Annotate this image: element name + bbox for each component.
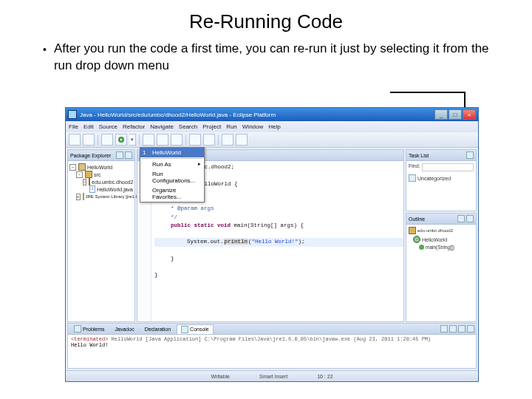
menu-source[interactable]: Source	[99, 123, 117, 130]
slide-bullet: • After you run the code a first time, y…	[30, 41, 502, 75]
toolbar-button[interactable]	[143, 134, 154, 146]
toggle-icon[interactable]: –	[76, 171, 83, 178]
pin-icon[interactable]	[449, 325, 457, 332]
code-highlight: println	[224, 239, 249, 245]
tree-src[interactable]: –src	[69, 171, 133, 178]
menu-window[interactable]: Window	[242, 123, 263, 130]
titlebar[interactable]: Java - HelloWorld/src/edu/umbc/dhood2/He…	[66, 108, 478, 121]
bullet-dot: •	[43, 41, 47, 59]
clear-icon[interactable]	[440, 325, 448, 332]
sort-icon[interactable]	[457, 215, 465, 222]
task-category[interactable]: Uncategorized	[409, 174, 474, 182]
outline-label: edu.umbc.dhood2	[417, 228, 453, 233]
bullet-text: After you run the code a first time, you…	[54, 41, 502, 75]
terminate-icon[interactable]	[467, 325, 474, 332]
tree-label: HelloWorld	[87, 165, 112, 170]
package-explorer-pane: Package Explorer –HelloWorld –src –edu.u…	[67, 149, 135, 322]
toggle-icon[interactable]: –	[83, 179, 86, 185]
outline-label: HelloWorld	[422, 237, 447, 242]
menu-refactor[interactable]: Refactor	[123, 123, 145, 130]
window-title: Java - HelloWorld/src/edu/umbc/dhood2/He…	[80, 112, 276, 118]
code-text: main(String[] args) {	[234, 222, 304, 228]
tree-javafile[interactable]: JHelloWorld.java	[69, 185, 133, 193]
tab-label: Console	[190, 327, 209, 332]
tab-label: Task List	[409, 153, 429, 158]
console-terminated: <terminated>	[71, 336, 108, 342]
code-string: "Hello World!"	[252, 239, 299, 245]
method-icon	[419, 245, 424, 250]
tab-label: Problems	[83, 327, 105, 332]
menu-file[interactable]: File	[69, 123, 78, 130]
run-button[interactable]	[115, 134, 127, 146]
library-icon	[83, 193, 84, 200]
console-icon	[181, 326, 188, 333]
menu-help[interactable]: Help	[268, 123, 280, 130]
maximize-button[interactable]: □	[449, 109, 462, 120]
status-insert: Smart Insert	[259, 374, 287, 379]
folder-icon	[85, 171, 92, 178]
link-icon[interactable]	[116, 151, 123, 159]
console-body[interactable]: <terminated> HelloWorld [Java Applicatio…	[68, 335, 476, 368]
slide-title: Re-Running Code	[0, 10, 532, 33]
package-explorer-tab[interactable]: Package Explorer	[68, 150, 134, 161]
tree-label: src	[94, 172, 100, 177]
menu-run[interactable]: Run	[226, 123, 237, 130]
save-button[interactable]	[83, 134, 95, 146]
debug-button[interactable]	[101, 134, 113, 146]
code-comment: */	[171, 214, 177, 220]
back-button[interactable]	[222, 134, 233, 146]
run-icon	[118, 137, 124, 143]
tab-problems[interactable]: Problems	[69, 324, 109, 334]
new-button[interactable]	[69, 134, 81, 146]
outline-method[interactable]: main(String[])	[409, 245, 474, 250]
code-text: );	[299, 239, 305, 245]
dropdown-item-favorites[interactable]: Organize Favorites...	[140, 185, 204, 202]
toolbar-button[interactable]	[171, 134, 183, 146]
tab-javadoc[interactable]: Javadoc	[111, 325, 139, 333]
find-input[interactable]	[422, 163, 474, 171]
outline-pane: Outline edu.umbc.dhood2 CHelloWorld main…	[406, 213, 477, 322]
package-icon	[409, 227, 416, 234]
close-button[interactable]: ×	[463, 109, 476, 120]
menubar: File Edit Source Refactor Navigate Searc…	[66, 121, 478, 132]
outline-package[interactable]: edu.umbc.dhood2	[409, 227, 474, 234]
tasklist-tab[interactable]: Task List	[406, 150, 476, 161]
package-icon	[89, 178, 90, 185]
display-icon[interactable]	[458, 325, 466, 332]
minimize-button[interactable]: _	[434, 109, 448, 120]
outline-class[interactable]: CHelloWorld	[409, 236, 474, 243]
project-icon	[78, 163, 86, 171]
tab-console[interactable]: Console	[177, 324, 214, 334]
tree-jre[interactable]: +JRE System Library [jre1.6.0_05]	[69, 193, 133, 200]
toolbar-button[interactable]	[203, 134, 215, 146]
toolbar-button[interactable]	[157, 134, 168, 146]
toggle-icon[interactable]: –	[69, 164, 76, 171]
console-process: HelloWorld [Java Application] C:\Program…	[108, 336, 431, 342]
category-icon	[409, 174, 416, 182]
code-text: System.out.	[187, 239, 224, 245]
menu-project[interactable]: Project	[202, 123, 221, 130]
toolbar-button[interactable]	[189, 134, 201, 146]
tab-label: Outline	[409, 216, 425, 222]
package-tree: –HelloWorld –src –edu.umbc.dhood2 JHello…	[68, 161, 134, 321]
tree-package[interactable]: –edu.umbc.dhood2	[69, 178, 133, 185]
dropdown-item-helloworld[interactable]: 1 HelloWorld	[140, 148, 204, 157]
tree-project[interactable]: –HelloWorld	[69, 163, 133, 171]
run-dropdown-menu: 1 HelloWorld Run As Run Configurations..…	[140, 147, 205, 202]
tab-declaration[interactable]: Declaration	[140, 325, 175, 333]
menu-icon[interactable]	[466, 151, 474, 159]
menu-search[interactable]: Search	[179, 123, 197, 130]
console-output: Hello World!	[71, 342, 473, 348]
problems-icon	[74, 325, 81, 332]
run-dropdown-button[interactable]: ▾	[129, 134, 136, 146]
menu-edit[interactable]: Edit	[83, 123, 94, 130]
dropdown-item-configs[interactable]: Run Configurations...	[140, 169, 204, 185]
tab-label: Package Explorer	[70, 153, 111, 158]
toggle-icon[interactable]: +	[76, 194, 81, 200]
menu-navigate[interactable]: Navigate	[150, 123, 174, 130]
forward-button[interactable]	[236, 134, 248, 146]
outline-tab[interactable]: Outline	[406, 214, 476, 225]
dropdown-item-runas[interactable]: Run As	[140, 160, 204, 169]
menu-icon[interactable]	[466, 215, 474, 222]
menu-icon[interactable]	[125, 151, 132, 159]
